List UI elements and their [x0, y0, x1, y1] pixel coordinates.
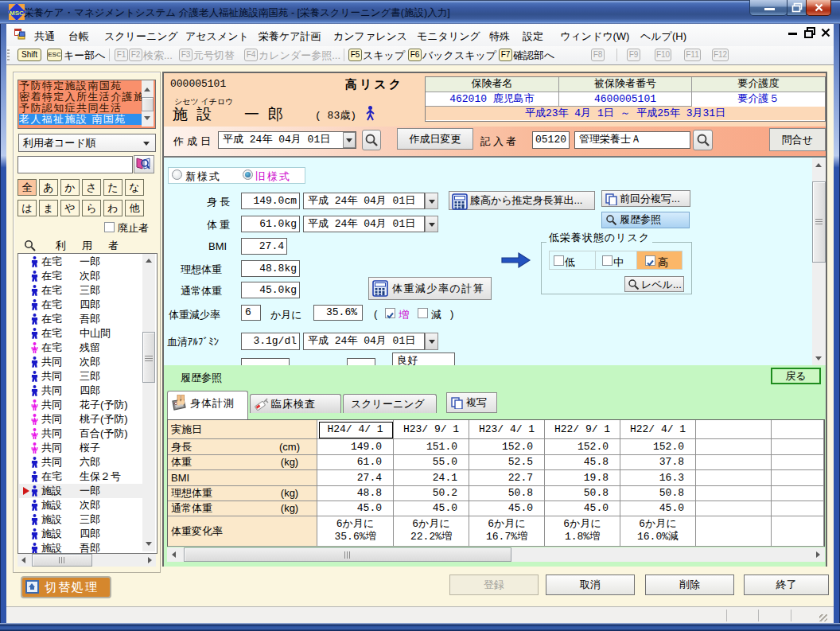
svg-text:MSC: MSC	[10, 10, 24, 17]
